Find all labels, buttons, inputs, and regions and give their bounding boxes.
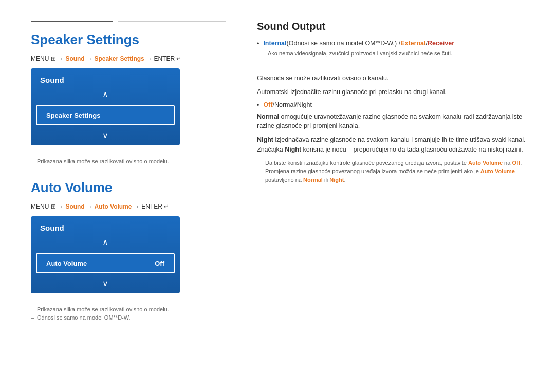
auto-volume-desc-section: Glasnoća se može razlikovati ovisno o ka… xyxy=(257,73,529,184)
section1-divider xyxy=(31,154,123,154)
sound-output-bullet: Internal(Odnosi se samo na model OM**D-W… xyxy=(257,40,529,47)
sound-output-footnote: Ako nema videosignala, zvučnici proizvod… xyxy=(257,50,529,57)
footnote-ili: ili xyxy=(323,177,329,183)
body-text-2: Automatski izjednačite razinu glasnoće p… xyxy=(257,87,529,97)
footnote-normal: Normal xyxy=(303,177,323,183)
footnote-auto-bold1: Auto Volume xyxy=(468,160,503,166)
speaker-settings-section: Speaker Settings MENU ⊞ → Sound → Speake… xyxy=(31,32,226,164)
bullet-mid-text: (Odnosi se samo na model OM**D-W.) / xyxy=(287,40,401,47)
chevron-up-icon2: ∧ xyxy=(31,236,180,250)
menu-auto-volume-link[interactable]: Auto Volume xyxy=(94,203,132,210)
auto-volume-sound-label: Sound xyxy=(31,216,180,236)
night-bold2: Night xyxy=(285,146,301,153)
receiver-link[interactable]: Receiver xyxy=(428,40,454,47)
right-section-divider xyxy=(257,65,529,65)
section2-note1: Prikazana slika može se razlikovati ovis… xyxy=(31,306,226,312)
sound-output-section: Sound Output Internal(Odnosi se samo na … xyxy=(257,21,529,57)
auto-volume-label: Auto Volume xyxy=(46,259,87,267)
section2-divider xyxy=(31,302,123,302)
external-link[interactable]: External xyxy=(400,40,425,47)
section2-note2: Odnosi se samo na model OM**D-W. xyxy=(31,314,226,321)
menu-sound-link[interactable]: Sound xyxy=(65,55,84,62)
night-desc2: korisna je noću – preporučujemo da tada … xyxy=(301,146,523,153)
section1-note: Prikazana slika može se razlikovati ovis… xyxy=(31,158,226,164)
section2-notes: Prikazana slika može se razlikovati ovis… xyxy=(31,302,226,321)
off-option: Off xyxy=(263,101,272,108)
auto-volume-menu-path: MENU ⊞ → Sound → Auto Volume → ENTER ↵ xyxy=(31,203,226,210)
auto-volume-title: Auto Volume xyxy=(31,180,226,196)
speaker-settings-title: Speaker Settings xyxy=(31,32,226,48)
auto-volume-menu-box: Sound ∧ Auto Volume Off ∨ xyxy=(31,216,180,293)
body-text-1: Glasnoća se može razlikovati ovisno o ka… xyxy=(257,73,529,83)
footnote-auto-bold2: Auto Volume xyxy=(480,168,515,174)
footnote-text1: Da biste koristili značajku kontrole gla… xyxy=(265,160,468,166)
footnote-off: Off xyxy=(512,160,520,166)
internal-link[interactable]: Internal xyxy=(263,40,286,47)
sound-output-title: Sound Output xyxy=(257,21,529,32)
sound-menu-label: Sound xyxy=(31,68,180,88)
normal-desc: omogućuje uravnotežavanje razine glasnoć… xyxy=(257,113,522,130)
night-bold1: Night xyxy=(257,136,273,143)
footnote-text2: na xyxy=(503,160,512,166)
speaker-settings-item[interactable]: Speaker Settings xyxy=(36,105,175,125)
auto-volume-value: Off xyxy=(155,259,164,267)
menu-speaker-settings-link[interactable]: Speaker Settings xyxy=(94,55,144,62)
chevron-down-icon2: ∨ xyxy=(31,276,180,293)
normal-description: Normal omogućuje uravnotežavanje razine … xyxy=(257,112,529,132)
auto-volume-item[interactable]: Auto Volume Off xyxy=(36,253,175,273)
footnote-night: Night xyxy=(329,177,344,183)
speaker-settings-menu-path: MENU ⊞ → Sound → Speaker Settings → ENTE… xyxy=(31,55,226,62)
chevron-up-icon: ∧ xyxy=(31,88,180,102)
chevron-down-icon: ∨ xyxy=(31,128,180,145)
menu-icon-symbol: ⊞ xyxy=(49,55,55,62)
normal-option: Normal xyxy=(274,101,295,108)
menu-icon: MENU xyxy=(31,55,49,62)
options-bullet: Off / Normal / Night xyxy=(257,101,529,109)
auto-volume-footnote: Da biste koristili značajku kontrole gla… xyxy=(257,159,529,184)
menu-sound-link2[interactable]: Sound xyxy=(65,203,84,210)
footnote-text4: postavljeno na xyxy=(265,177,303,183)
speaker-settings-menu-box: Sound ∧ Speaker Settings ∨ xyxy=(31,68,180,145)
footnote-end: . xyxy=(344,177,345,183)
night-description: Night izjednačava razine glasnoće na sva… xyxy=(257,135,529,155)
night-option: Night xyxy=(297,101,312,108)
normal-bold: Normal xyxy=(257,113,279,120)
auto-volume-section: Auto Volume MENU ⊞ → Sound → Auto Volume… xyxy=(31,180,226,321)
